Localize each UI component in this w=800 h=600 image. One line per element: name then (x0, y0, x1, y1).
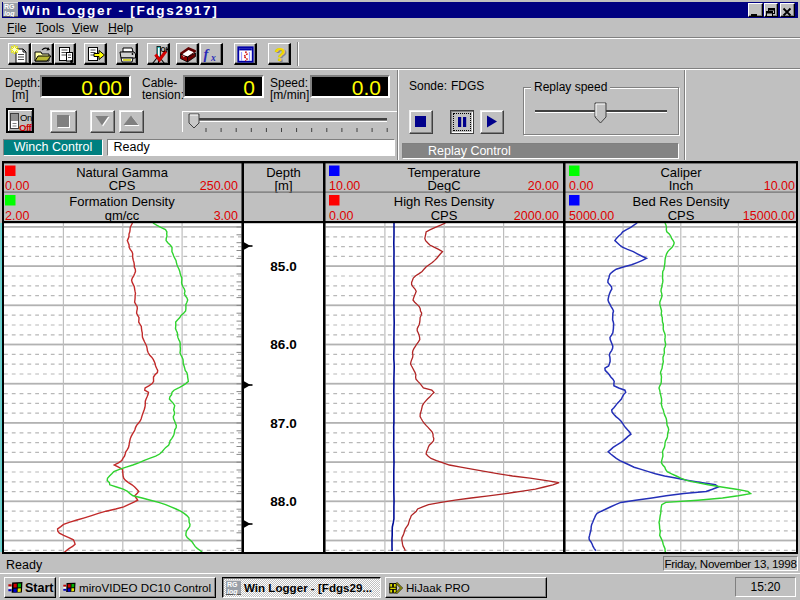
svg-text:10.00: 10.00 (764, 179, 795, 193)
svg-text:f: f (204, 46, 211, 62)
svg-text:10.00: 10.00 (329, 179, 360, 193)
svg-text:2000.00: 2000.00 (514, 209, 559, 223)
svg-text:0.00: 0.00 (329, 209, 353, 223)
svg-text:85.0: 85.0 (270, 259, 296, 274)
svg-text:87.0: 87.0 (270, 416, 296, 431)
svg-text:250.00: 250.00 (200, 179, 238, 193)
svg-text:Inch: Inch (669, 178, 694, 193)
svg-text:86.0: 86.0 (270, 337, 296, 352)
svg-text:x: x (210, 53, 216, 63)
svg-text:CPS: CPS (431, 208, 458, 223)
svg-text:CPS: CPS (109, 178, 136, 193)
svg-text:RG: RG (227, 581, 238, 588)
svg-text:DegC: DegC (427, 178, 460, 193)
svg-text:0.00: 0.00 (569, 179, 593, 193)
svg-text:[m]: [m] (274, 178, 292, 193)
svg-text:5000.00: 5000.00 (569, 209, 614, 223)
svg-text:88.0: 88.0 (270, 494, 296, 509)
svg-text:log: log (4, 10, 15, 17)
svg-text:log: log (227, 588, 238, 595)
svg-text:20.00: 20.00 (528, 179, 559, 193)
svg-text:RG: RG (4, 3, 15, 10)
svg-text:3.00: 3.00 (214, 209, 238, 223)
svg-text:0.00: 0.00 (5, 179, 29, 193)
svg-text:2.00: 2.00 (5, 209, 29, 223)
svg-text:?: ? (274, 45, 286, 64)
svg-text:gm/cc: gm/cc (105, 208, 140, 223)
svg-text:OK: OK (161, 46, 169, 53)
svg-text:15000.00: 15000.00 (743, 209, 795, 223)
svg-text:CPS: CPS (668, 208, 695, 223)
